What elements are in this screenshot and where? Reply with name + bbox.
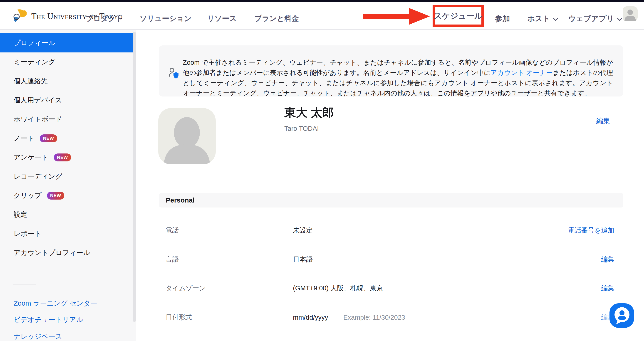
phone-value: 未設定 (293, 226, 313, 235)
sidebar-item-whiteboard[interactable]: ホワイトボード (0, 110, 136, 129)
webapp-label: ウェブアプリ (568, 14, 614, 24)
sidebar-menu: プロフィール ミーティング 個人連絡先 個人用デバイス ホワイトボード ノートN… (0, 33, 136, 262)
privacy-info-text: Zoom で主催されるミーティング、ウェビナー、チャット、またはチャネルに参加す… (183, 58, 613, 98)
sidebar-item-label: 個人連絡先 (14, 76, 48, 86)
sidebar-item-label: 設定 (14, 210, 27, 219)
sidebar-item-label: プロフィール (14, 38, 56, 48)
nav-item-resources[interactable]: リソース (207, 14, 236, 24)
edit-language-link[interactable]: 編集 (601, 255, 614, 264)
sidebar-item-notes[interactable]: ノートNEW (0, 129, 136, 148)
edit-name-link[interactable]: 編集 (596, 116, 610, 126)
person-shield-privacy-icon (168, 68, 180, 81)
sidebar-item-label: ノート (14, 134, 34, 143)
sidebar-item-label: ホワイトボード (14, 115, 62, 124)
nav-item-host[interactable]: ホスト (527, 14, 558, 24)
date-format-value: mm/dd/yyyy (293, 314, 328, 321)
profile-romanized-name: Taro TODAI (284, 125, 319, 132)
edit-timezone-link[interactable]: 編集 (601, 284, 614, 293)
sidebar-divider (13, 284, 36, 284)
profile-picture[interactable] (158, 108, 216, 164)
sidebar-item-personal-devices[interactable]: 個人用デバイス (0, 90, 136, 110)
sidebar-item-label: ミーティング (14, 58, 56, 67)
sidebar-item-label: レポート (14, 229, 41, 238)
sidebar-item-clips[interactable]: クリップNEW (0, 186, 136, 205)
sidebar-item-label: 個人用デバイス (14, 96, 62, 105)
sidebar-item-profile[interactable]: プロフィール (0, 33, 133, 52)
person-icon (623, 6, 638, 21)
language-row: 言語 日本語 編集 (159, 253, 623, 266)
new-badge: NEW (47, 192, 64, 200)
sidebar-link-video-tutorials[interactable]: ビデオチュートリアル (14, 315, 83, 324)
sidebar-item-reports[interactable]: レポート (0, 224, 136, 243)
date-format-label: 日付形式 (166, 313, 192, 322)
chevron-down-icon (553, 14, 558, 23)
new-badge: NEW (54, 154, 71, 162)
settings-sidebar: プロフィール ミーティング 個人連絡先 個人用デバイス ホワイトボード ノートN… (0, 30, 136, 341)
sidebar-link-knowledge-base[interactable]: ナレッジベース (14, 332, 62, 341)
chevron-down-icon (617, 14, 622, 23)
sidebar-item-personal-contacts[interactable]: 個人連絡先 (0, 72, 136, 90)
profile-display-name: 東大 太郎 (284, 105, 334, 120)
ginkgo-logo-icon (13, 8, 28, 24)
host-label: ホスト (527, 14, 550, 24)
date-format-example: Example: 11/30/2023 (343, 314, 405, 321)
sidebar-link-learning-center[interactable]: Zoom ラーニング センター (14, 299, 97, 308)
browser-top-strip (0, 0, 644, 2)
new-badge: NEW (40, 134, 57, 142)
sidebar-item-label: レコーディング (14, 172, 62, 181)
schedule-button-highlighted[interactable]: スケジュール (432, 5, 484, 27)
sidebar-item-settings[interactable]: 設定 (0, 205, 136, 224)
sidebar-item-surveys[interactable]: アンケートNEW (0, 148, 136, 167)
sidebar-item-recordings[interactable]: レコーディング (0, 167, 136, 186)
phone-label: 電話 (166, 226, 179, 235)
date-format-row: 日付形式 mm/dd/yyyy Example: 11/30/2023 編集 (159, 310, 623, 324)
profile-main-content: Zoom で主催されるミーティング、ウェビナー、チャット、またはチャネルに参加す… (136, 30, 644, 341)
nav-item-plans-pricing[interactable]: プランと料金 (254, 14, 299, 24)
timezone-value: (GMT+9:00) 大阪、札幌、東京 (293, 284, 383, 293)
timezone-label: タイムゾーン (166, 284, 206, 293)
nav-item-solutions[interactable]: ソリューション (140, 14, 192, 24)
privacy-info-banner: Zoom で主催されるミーティング、ウェビナー、チャット、またはチャネルに参加す… (159, 46, 623, 96)
phone-row: 電話 未設定 電話番号を追加 (159, 224, 623, 237)
support-chat-button[interactable] (610, 303, 634, 328)
red-annotation-arrow (362, 8, 430, 25)
timezone-row: タイムゾーン (GMT+9:00) 大阪、札幌、東京 編集 (159, 282, 623, 295)
sidebar-item-label: アンケート (14, 153, 48, 162)
sidebar-item-account-profile[interactable]: アカウントプロフィール (0, 243, 136, 262)
sidebar-scrollbar-thumb[interactable] (133, 32, 136, 322)
nav-item-join[interactable]: 参加 (495, 14, 510, 24)
schedule-label: スケジュール (434, 11, 482, 21)
account-owner-link[interactable]: アカウント オーナー (490, 69, 553, 76)
language-label: 言語 (166, 255, 179, 264)
top-navbar: The University of Tokyo プロダクト ソリューション リソ… (0, 2, 644, 30)
person-chat-bubble-icon (610, 303, 634, 328)
add-phone-number-link[interactable]: 電話番号を追加 (568, 226, 614, 235)
nav-item-products[interactable]: プロダクト (86, 14, 123, 24)
language-value: 日本語 (293, 255, 313, 264)
nav-item-web-app[interactable]: ウェブアプリ (568, 14, 622, 24)
sidebar-item-meetings[interactable]: ミーティング (0, 52, 136, 72)
user-avatar-menu[interactable] (623, 6, 638, 21)
personal-section-title: Personal (166, 196, 194, 204)
sidebar-item-label: アカウントプロフィール (14, 248, 90, 258)
person-silhouette-icon (158, 108, 216, 164)
sidebar-item-label: クリップ (14, 191, 42, 200)
personal-section-header: Personal (159, 193, 623, 208)
